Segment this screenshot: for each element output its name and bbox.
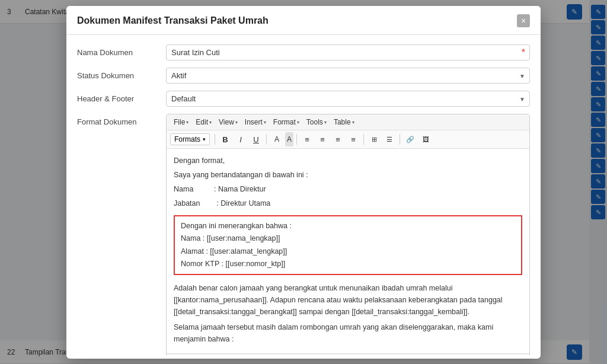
modal-close-button[interactable]: × [517, 14, 530, 27]
jabatan-line: Jabatan : Direktur Utama [174, 197, 522, 209]
align-right-button[interactable]: ≡ [331, 132, 345, 146]
intro-line: Dengan format, [174, 155, 522, 167]
nama-director-line: Nama : Nama Direktur [174, 183, 522, 195]
italic-button[interactable]: I [234, 132, 248, 146]
header-footer-select[interactable]: Default None [166, 91, 530, 107]
nama-dokumen-wrapper: * [166, 44, 530, 60]
nama-dokumen-row: Nama Dokumen * [77, 44, 530, 60]
header-footer-wrapper: Default None ▼ [166, 91, 530, 107]
formats-caret: ▾ [203, 136, 206, 142]
toolbar-sep-1 [215, 134, 215, 145]
editor-content[interactable]: Dengan format, Saya yang bertandatangan … [167, 149, 529, 353]
link-button[interactable]: 🔗 [403, 132, 417, 146]
modal-footer: Simpan Data Preview Dokumen [66, 355, 541, 359]
formats-dropdown[interactable]: Formats ▾ [170, 133, 210, 145]
toolbar-sep-3 [296, 134, 297, 145]
file-caret: ▾ [186, 120, 189, 125]
editor-statusbar: DIV » DIV » DIV » DIV » P 175 WORDS POWE… [167, 353, 529, 355]
header-footer-row: Header & Footer Default None ▼ [77, 91, 530, 107]
format-dokumen-label: Format Dokumen [77, 114, 160, 126]
highlighted-box: Dengan ini menerangkan bahwa : Nama : [[… [174, 215, 522, 275]
align-left-button[interactable]: ≡ [300, 132, 314, 146]
font-color-button[interactable]: A [270, 132, 284, 146]
toolbar-sep-4 [363, 134, 364, 145]
highlight-line-2: Nama : [[user:nama_lengkap]] [181, 232, 515, 245]
modal-title: Dokumen Manifest Transaksi Paket Umrah [77, 15, 269, 26]
editor-wrapper: File ▾ Edit ▾ View ▾ Insert [166, 114, 530, 355]
menu-table[interactable]: Table ▾ [330, 116, 358, 128]
menu-insert[interactable]: Insert ▾ [241, 116, 270, 128]
edit-caret: ▾ [209, 120, 212, 125]
paragraph-1: Adalah benar calon jamaah yang berangkat… [174, 282, 522, 318]
menu-tools[interactable]: Tools ▾ [303, 116, 330, 128]
toolbar-sep-5 [400, 134, 400, 145]
menu-edit[interactable]: Edit ▾ [192, 116, 215, 128]
status-dokumen-label: Status Dokumen [77, 68, 160, 80]
paragraph-2: Selama jamaah tersebut masih dalam rombo… [174, 321, 522, 345]
menu-view[interactable]: View ▾ [215, 116, 241, 128]
status-dokumen-select[interactable]: Aktif Nonaktif [166, 68, 530, 84]
modal-body: Nama Dokumen * Status Dokumen Aktif Nona… [66, 35, 541, 355]
align-justify-button[interactable]: ≡ [346, 132, 360, 146]
status-dokumen-wrapper: Aktif Nonaktif ▼ [166, 68, 530, 84]
view-caret: ▾ [235, 120, 238, 125]
modal-overlay: Dokumen Manifest Transaksi Paket Umrah ×… [0, 0, 607, 364]
highlight-line-4: Nomor KTP : [[user:nomor_ktp]] [181, 258, 515, 270]
greeting-line: Saya yang bertandatangan di bawah ini : [174, 169, 522, 181]
required-indicator: * [522, 47, 525, 58]
toolbar-sep-2 [266, 134, 267, 145]
unordered-list-button[interactable]: ☰ [382, 132, 397, 146]
nama-dokumen-input[interactable] [166, 44, 530, 60]
header-footer-label: Header & Footer [77, 91, 160, 103]
bg-color-button[interactable]: A [285, 132, 293, 146]
ordered-list-button[interactable]: ⊞ [367, 132, 381, 146]
insert-caret: ▾ [264, 120, 266, 125]
editor-toolbar: Formats ▾ B I U A A ≡ ≡ ≡ [167, 130, 529, 149]
highlight-line-3: Alamat : [[user:alamat_lengkap]] [181, 245, 515, 258]
table-caret: ▾ [352, 120, 354, 125]
menu-file[interactable]: File ▾ [170, 116, 192, 128]
format-caret: ▾ [297, 120, 299, 125]
menu-format[interactable]: Format ▾ [270, 116, 303, 128]
highlight-line-1: Dengan ini menerangkan bahwa : [181, 220, 515, 232]
modal-header: Dokumen Manifest Transaksi Paket Umrah × [66, 6, 541, 35]
underline-button[interactable]: U [249, 132, 263, 146]
bold-button[interactable]: B [218, 132, 232, 146]
status-dokumen-row: Status Dokumen Aktif Nonaktif ▼ [77, 68, 530, 84]
tools-caret: ▾ [324, 120, 327, 125]
nama-dokumen-label: Nama Dokumen [77, 44, 160, 57]
format-dokumen-row: Format Dokumen File ▾ Edit ▾ View [77, 114, 530, 355]
highlighted-section: Dengan ini menerangkan bahwa : Nama : [[… [174, 215, 522, 275]
image-button[interactable]: 🖼 [418, 132, 433, 146]
editor-menubar: File ▾ Edit ▾ View ▾ Insert [167, 114, 529, 130]
modal: Dokumen Manifest Transaksi Paket Umrah ×… [66, 6, 541, 359]
align-center-button[interactable]: ≡ [315, 132, 330, 146]
